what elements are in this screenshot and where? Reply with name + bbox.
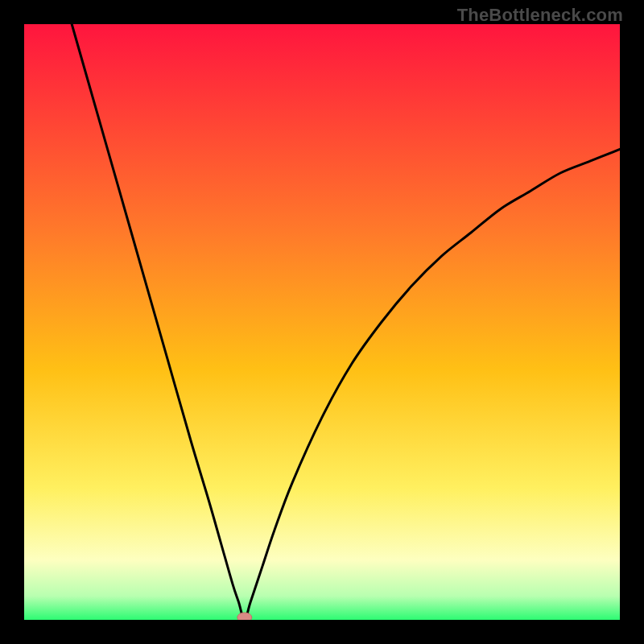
- gradient-background: [24, 24, 620, 620]
- chart-plot: [24, 24, 620, 620]
- optimum-marker: [237, 613, 252, 620]
- chart-frame: [24, 24, 620, 620]
- watermark-text: TheBottleneck.com: [457, 5, 623, 26]
